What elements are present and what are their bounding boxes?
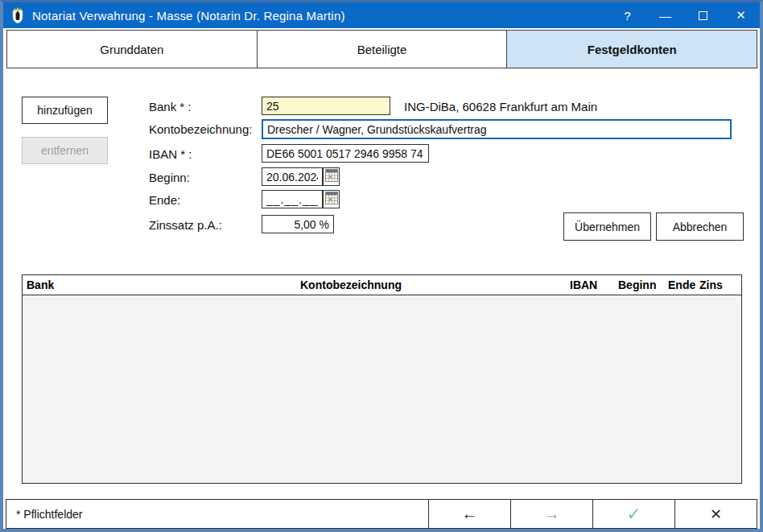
status-bar: * Pflichtfelder ← → ✓ ✕ [6,499,757,529]
zinssatz-input[interactable] [262,215,334,233]
berlin-coat-of-arms-icon [10,7,26,23]
app-window: Notariat Verwahrung - Masse (Notarin Dr.… [0,0,763,532]
tab-strip: Grunddaten Beteiligte Festgeldkonten [6,30,757,68]
apply-button[interactable]: Übernehmen [563,212,651,241]
ende-label: Ende: [149,193,180,207]
column-header-ende[interactable]: Ende [664,278,695,291]
beginn-calendar-button[interactable] [323,167,340,186]
table-body-empty [23,295,741,483]
kontobezeichnung-input[interactable] [262,119,732,139]
close-button[interactable]: ✕ [722,2,760,28]
confirm-button[interactable]: ✓ [592,500,674,528]
zinssatz-label: Zinssatz p.A.: [149,218,222,232]
beginn-label: Beginn: [149,171,190,184]
help-button[interactable]: ? [608,2,646,28]
minimize-icon: — [659,9,671,23]
minimize-button[interactable]: — [646,2,684,28]
bank-input[interactable] [262,97,390,115]
tab-grunddaten[interactable]: Grunddaten [7,31,258,68]
maximize-icon [699,11,707,20]
cancel-button[interactable]: Abbrechen [656,212,744,241]
column-header-kontobezeichnung[interactable]: Kontobezeichnung [296,278,566,291]
column-header-iban[interactable]: IBAN [566,278,614,291]
iban-label: IBAN * : [149,147,192,161]
navigate-forward-button: → [510,500,592,528]
iban-input[interactable] [262,144,429,163]
tab-festgeldkonten[interactable]: Festgeldkonten [507,31,757,68]
dialog-close-button[interactable]: ✕ [674,500,757,528]
calendar-icon [325,169,338,184]
beginn-date-input[interactable] [262,167,323,186]
bank-info-text: ING-DiBa, 60628 Frankfurt am Main [404,100,597,113]
remove-button: entfernen [22,137,108,164]
arrow-left-icon: ← [462,505,478,523]
ende-date-input[interactable] [262,190,323,208]
calendar-icon [325,192,338,207]
festgeldkonten-table: Bank Kontobezeichnung IBAN Beginn Ende Z… [22,274,742,484]
bank-label: Bank * : [149,100,192,113]
title-bar: Notariat Verwahrung - Masse (Notarin Dr.… [3,2,760,28]
close-icon: ✕ [736,8,746,23]
maximize-button[interactable] [684,2,722,28]
ende-calendar-button[interactable] [323,190,340,208]
x-icon: ✕ [710,505,722,523]
kontobezeichnung-label: Kontobezeichnung: [149,122,252,136]
help-icon: ? [624,9,630,23]
tab-beteiligte[interactable]: Beteiligte [258,31,508,68]
column-header-beginn[interactable]: Beginn [614,278,664,291]
client-area: Grunddaten Beteiligte Festgeldkonten hin… [3,28,760,529]
checkmark-icon: ✓ [626,504,641,525]
navigate-back-button[interactable]: ← [428,500,510,528]
column-header-bank[interactable]: Bank [23,278,296,291]
required-fields-note: * Pflichtfelder [6,500,428,528]
window-title: Notariat Verwahrung - Masse (Notarin Dr.… [32,9,345,23]
add-button[interactable]: hinzufügen [22,97,108,124]
arrow-right-icon: → [544,505,560,523]
table-header-row: Bank Kontobezeichnung IBAN Beginn Ende Z… [23,275,741,295]
column-header-zins[interactable]: Zins [695,278,741,291]
